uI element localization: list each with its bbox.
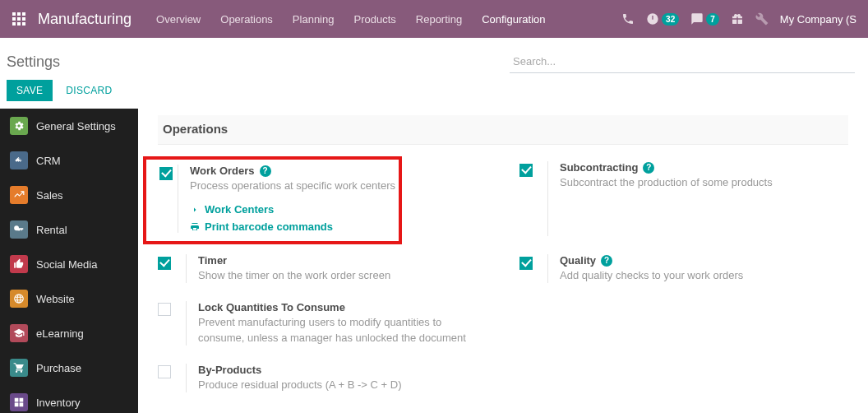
setting-by-products: By-Products Produce residual products (A… [158,359,487,397]
svg-rect-5 [22,17,25,21]
setting-desc: Prevent manufacturing users to modify qu… [198,315,487,345]
globe-icon [10,290,28,308]
spacer [519,296,848,350]
nav-operations[interactable]: Operations [212,5,281,34]
link-label: Print barcode commands [205,220,333,233]
setting-title-label: Quality [560,254,596,267]
sidebar-item-rental[interactable]: Rental [0,212,138,247]
checkbox-quality[interactable] [519,257,533,270]
info-icon[interactable]: ? [260,165,271,177]
activities-icon[interactable]: 32 [646,12,679,26]
info-icon[interactable]: ? [601,255,612,267]
svg-rect-1 [17,12,21,16]
cart-icon [10,359,28,377]
setting-title-label: By-Products [198,364,261,376]
setting-title-label: Lock Quantities To Consume [198,301,345,313]
setting-work-orders: Work Orders ? Process operations at spec… [158,156,487,241]
settings-content: Operations Work Orders ? Process operati… [138,109,868,413]
sidebar-item-label: CRM [36,155,61,167]
printer-icon [190,222,200,232]
nav-products[interactable]: Products [345,5,404,34]
sidebar-item-label: eLearning [36,327,84,340]
link-print-barcode[interactable]: Print barcode commands [190,220,395,233]
link-label: Work Centers [205,203,274,216]
checkbox-subcontracting[interactable] [519,164,533,177]
chart-up-icon [10,186,28,204]
checkbox-by-products[interactable] [158,365,171,378]
checkbox-work-orders[interactable] [159,167,173,180]
setting-desc: Produce residual products (A + B -> C + … [198,378,487,392]
svg-rect-6 [12,22,16,26]
sidebar-item-label: Purchase [36,362,81,374]
sidebar-item-social[interactable]: Social Media [0,247,138,281]
sidebar-item-website[interactable]: Website [0,281,138,316]
breadcrumb: Settings [7,53,60,71]
apps-menu-icon[interactable] [7,0,31,38]
link-work-centers[interactable]: Work Centers [190,203,395,216]
activities-badge: 32 [662,13,679,26]
boxes-icon [10,393,28,411]
discard-button[interactable]: DISCARD [58,80,120,101]
main-layout: General Settings CRM Sales Rental Social… [0,109,868,413]
thumbs-up-icon [10,255,28,273]
app-brand[interactable]: Manufacturing [31,11,148,28]
sidebar-item-inventory[interactable]: Inventory [0,385,138,413]
setting-timer: Timer Show the timer on the work order s… [158,249,487,288]
sidebar-item-label: Website [36,293,75,305]
checkbox-timer[interactable] [158,257,171,270]
top-navbar: Manufacturing Overview Operations Planni… [0,0,868,38]
nav-overview[interactable]: Overview [148,5,209,34]
handshake-icon [10,151,28,169]
settings-sidebar: General Settings CRM Sales Rental Social… [0,109,138,413]
top-right-tray: 32 7 My Company (S [621,12,861,26]
setting-title-label: Timer [198,254,227,267]
top-nav-menu: Overview Operations Planning Products Re… [148,5,621,34]
nav-configuration[interactable]: Configuration [473,5,553,34]
sidebar-item-elearning[interactable]: eLearning [0,316,138,350]
svg-rect-0 [12,12,16,16]
sidebar-item-crm[interactable]: CRM [0,143,138,178]
save-button[interactable]: SAVE [7,80,53,101]
company-selector[interactable]: My Company (S [780,13,856,26]
checkbox-lock-quantities[interactable] [158,303,171,316]
key-icon [10,220,28,239]
sidebar-item-label: Rental [36,224,67,236]
setting-lock-quantities: Lock Quantities To Consume Prevent manuf… [158,296,487,350]
debug-icon[interactable] [755,12,769,26]
sidebar-item-label: Inventory [36,397,80,409]
arrow-right-icon [190,205,200,215]
setting-desc: Show the timer on the work order screen [198,268,487,283]
setting-desc: Subcontract the production of some produ… [560,175,848,190]
setting-subcontracting: Subcontracting ? Subcontract the product… [519,156,848,241]
nav-planning[interactable]: Planning [284,5,343,34]
highlight-box: Work Orders ? Process operations at spec… [143,156,402,244]
sidebar-item-purchase[interactable]: Purchase [0,350,138,385]
sidebar-item-sales[interactable]: Sales [0,178,138,212]
sidebar-item-general[interactable]: General Settings [0,109,138,143]
search-input[interactable] [510,50,855,73]
phone-icon[interactable] [621,12,635,26]
messages-badge: 7 [706,13,719,26]
control-bar: Settings [0,38,868,79]
sidebar-item-label: Sales [36,189,63,202]
gift-icon[interactable] [731,12,744,26]
setting-title-label: Subcontracting [560,161,638,174]
setting-quality: Quality ? Add quality checks to your wor… [519,249,848,288]
settings-grid: Work Orders ? Process operations at spec… [158,145,848,397]
svg-rect-2 [22,12,25,16]
nav-reporting[interactable]: Reporting [408,5,470,34]
sidebar-item-label: General Settings [36,120,116,132]
setting-desc: Add quality checks to your work orders [560,268,848,283]
svg-rect-3 [12,17,16,21]
gear-icon [10,117,28,135]
section-header-operations: Operations [158,115,848,145]
messages-icon[interactable]: 7 [690,12,719,26]
info-icon[interactable]: ? [643,162,654,174]
svg-rect-4 [17,17,21,21]
setting-desc: Process operations at specific work cent… [190,179,395,193]
graduation-icon [10,324,28,342]
svg-rect-8 [22,22,25,26]
action-buttons: SAVE DISCARD [0,79,868,109]
setting-title-label: Work Orders [190,165,255,177]
svg-rect-7 [17,22,21,26]
